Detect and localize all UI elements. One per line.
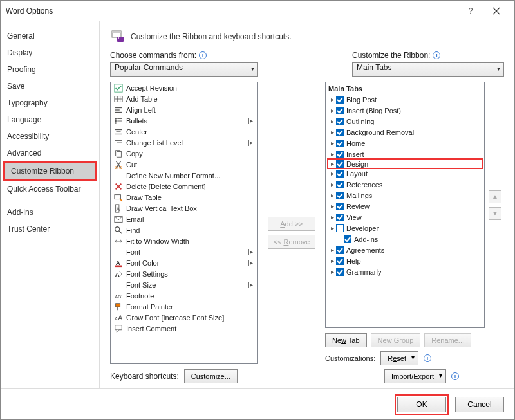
expander-icon[interactable]: ▸ [328,203,336,210]
tab-checkbox[interactable] [336,181,344,188]
expander-icon[interactable]: ▸ [328,181,336,188]
tab-checkbox[interactable] [336,96,344,104]
ribbon-tab-item[interactable]: ▸Layout [328,168,482,179]
command-item[interactable]: Center [111,126,258,137]
ribbon-tab-item[interactable]: ▸Mailings [328,190,482,201]
ribbon-tab-item[interactable]: ▸Background Removal [328,127,482,138]
command-item[interactable]: Add Table [111,93,258,104]
command-item[interactable]: Find [111,224,258,235]
move-down-button[interactable]: ▼ [489,207,501,220]
new-group-button[interactable]: New Group [371,333,421,347]
expander-icon[interactable]: ▸ [328,224,336,232]
tab-checkbox[interactable] [336,214,344,221]
expander-icon[interactable]: ▸ [328,140,336,147]
tab-checkbox[interactable] [336,224,344,232]
tab-checkbox[interactable] [336,170,344,178]
expander-icon[interactable]: ▸ [328,192,336,199]
expander-icon[interactable]: ▸ [328,118,336,125]
command-item[interactable]: Insert Comment [111,323,258,334]
info-icon[interactable]: i [451,372,459,380]
command-item[interactable]: AFont Color|▸ [111,257,258,268]
ribbon-tab-item[interactable]: ▸Review [328,201,482,212]
nav-quick-access-toolbar[interactable]: Quick Access Toolbar [1,181,99,197]
ribbon-tab-item[interactable]: ▸References [328,179,482,190]
command-item[interactable]: Change List Level|▸ [111,137,258,148]
expander-icon[interactable]: ▸ [328,246,336,253]
ribbon-tab-item[interactable]: ▸Outlining [328,116,482,127]
add-button[interactable]: Add >> [268,217,315,231]
cancel-button[interactable]: Cancel [455,397,504,412]
command-item[interactable]: Cut [111,159,258,170]
nav-advanced[interactable]: Advanced [1,145,99,161]
expander-icon[interactable]: ▸ [328,214,336,221]
keyboard-customize-button[interactable]: Customize... [184,369,238,383]
tab-checkbox[interactable] [336,268,344,276]
move-up-button[interactable]: ▲ [489,190,501,203]
tab-checkbox[interactable] [336,129,344,136]
ribbon-tabs-tree[interactable]: Main Tabs ▸Blog Post▸Insert (Blog Post)▸… [325,82,485,328]
commands-listbox[interactable]: Accept RevisionAdd TableAlign LeftBullet… [110,82,258,364]
command-item[interactable]: Copy [111,148,258,159]
info-icon[interactable]: i [424,354,431,362]
command-item[interactable]: Accept Revision [111,82,258,93]
choose-commands-select[interactable]: Popular Commands [110,62,258,77]
ribbon-tab-item[interactable]: Add-ins [328,233,482,244]
import-export-dropdown[interactable]: Import/Export [384,369,446,383]
command-item[interactable]: ADraw Vertical Text Box [111,203,258,214]
nav-proofing[interactable]: Proofing [1,61,99,78]
ribbon-tab-item[interactable]: ▸View [328,212,482,223]
ribbon-tab-item[interactable]: ▸Home [328,138,482,149]
tab-checkbox[interactable] [336,118,344,125]
tab-checkbox[interactable] [336,151,344,158]
command-item[interactable]: AAGrow Font [Increase Font Size] [111,312,258,323]
command-item[interactable]: Bullets|▸ [111,115,258,126]
ribbon-tab-item[interactable]: ▸Help [328,255,482,266]
nav-trust-center[interactable]: Trust Center [1,221,99,237]
command-item[interactable]: Font Size|▸ [111,279,258,290]
expander-icon[interactable]: ▸ [328,107,336,114]
nav-language[interactable]: Language [1,111,99,128]
nav-accessibility[interactable]: Accessibility [1,128,99,145]
nav-customize-ribbon[interactable]: Customize Ribbon [5,163,95,179]
nav-save[interactable]: Save [1,78,99,95]
command-item[interactable]: Define New Number Format... [111,170,258,181]
help-button[interactable]: ? [458,2,483,20]
new-tab-button[interactable]: New Tab [325,333,367,347]
tab-checkbox[interactable] [336,107,344,114]
tab-checkbox[interactable] [336,192,344,199]
rename-button[interactable]: Rename... [424,333,471,347]
command-item[interactable]: Draw Table [111,192,258,203]
ribbon-tab-item[interactable]: ▸Grammarly [328,266,482,277]
close-button[interactable] [483,2,509,20]
nav-typography[interactable]: Typography [1,95,99,111]
ribbon-tab-item[interactable]: ▸Blog Post [328,94,482,105]
expander-icon[interactable]: ▸ [328,151,336,158]
tab-checkbox[interactable] [336,140,344,147]
expander-icon[interactable]: ▸ [328,257,336,264]
nav-general[interactable]: General [1,28,99,44]
command-item[interactable]: Fit to Window Width [111,235,258,246]
ribbon-tab-item[interactable]: ▸Insert (Blog Post) [328,105,482,116]
tab-checkbox[interactable] [344,235,351,243]
info-icon[interactable]: i [433,51,440,59]
command-item[interactable]: AFont Settings [111,268,258,279]
command-item[interactable]: Email [111,214,258,224]
expander-icon[interactable]: ▸ [328,129,336,136]
customize-ribbon-select[interactable]: Main Tabs [352,62,504,77]
expander-icon[interactable]: ▸ [328,160,336,167]
remove-button[interactable]: << Remove [268,235,315,249]
expander-icon[interactable]: ▸ [328,96,336,103]
command-item[interactable]: Font|▸ [111,246,258,257]
expander-icon[interactable]: ▸ [328,268,336,275]
ribbon-tab-item[interactable]: ▸Developer [328,223,482,233]
tab-checkbox[interactable] [336,246,344,254]
tab-checkbox[interactable] [336,257,344,265]
tab-checkbox[interactable] [336,203,344,210]
ribbon-tab-item[interactable]: ▸Agreements [328,244,482,255]
info-icon[interactable]: i [199,51,207,59]
nav-display[interactable]: Display [1,44,99,61]
ok-button[interactable]: OK [397,397,446,412]
tab-checkbox[interactable] [336,160,344,168]
expander-icon[interactable]: ▸ [328,170,336,177]
nav-add-ins[interactable]: Add-ins [1,204,99,221]
